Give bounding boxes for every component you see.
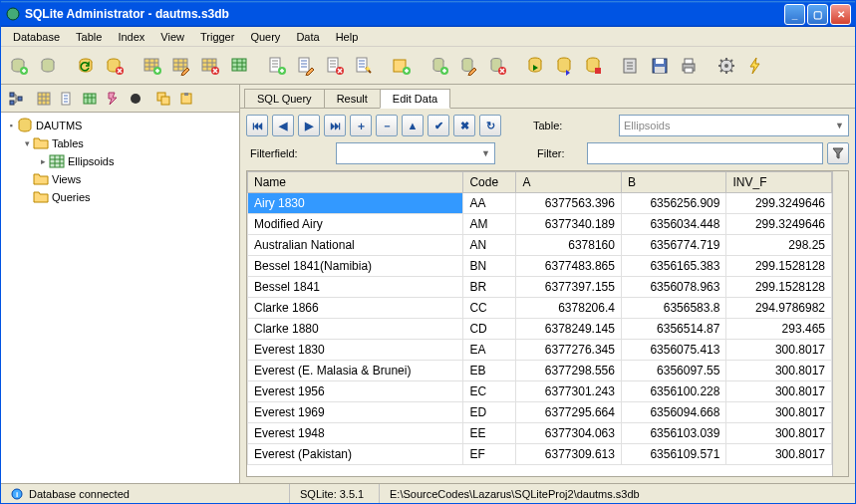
table-row[interactable]: Everest (E. Malasia & Brunei)EB6377298.5…	[248, 361, 832, 381]
edit-data-panel: ⏮ ◀ ▶ ⏭ ＋ － ▲ ✔ ✖ ↻ Table: Ellipsoids ▼	[240, 108, 855, 483]
filter-input[interactable]	[587, 142, 823, 164]
flash-button[interactable]	[741, 52, 769, 80]
paste-struct-button[interactable]	[175, 88, 197, 110]
index-delete-button[interactable]	[321, 52, 349, 80]
svg-rect-39	[10, 93, 14, 97]
triggers-view-button[interactable]	[102, 88, 124, 110]
minimize-button[interactable]: _	[784, 4, 805, 25]
menu-database[interactable]: Database	[5, 29, 68, 45]
settings-button[interactable]	[713, 52, 740, 80]
run-button[interactable]	[521, 52, 549, 80]
col-inv_f[interactable]: INV_F	[726, 172, 832, 193]
svg-rect-35	[685, 59, 693, 64]
query-delete-button[interactable]	[483, 52, 511, 80]
svg-point-45	[131, 94, 141, 104]
run-step-button[interactable]	[550, 52, 578, 80]
print-button[interactable]	[675, 52, 703, 80]
first-record-button[interactable]: ⏮	[246, 115, 268, 136]
index-wizard-button[interactable]	[350, 52, 378, 80]
query-edit-button[interactable]	[454, 52, 482, 80]
last-record-button[interactable]: ⏭	[324, 115, 346, 136]
index-view-button[interactable]	[56, 88, 78, 110]
remove-record-button[interactable]: －	[376, 115, 398, 136]
menu-table[interactable]: Table	[68, 29, 110, 45]
table-combo-value: Ellipsoids	[624, 120, 670, 131]
expand-icon[interactable]: ▾	[21, 138, 33, 148]
refresh-record-button[interactable]: ↻	[479, 115, 501, 136]
col-b[interactable]: B	[621, 172, 726, 193]
table-row[interactable]: Everest (Pakistan)EF6377309.6136356109.5…	[248, 444, 832, 465]
table-row[interactable]: Everest 1830EA6377276.3456356075.413300.…	[248, 340, 832, 361]
tree[interactable]: ▪ DAUTMS ▾ Tables ▸ Ellipsoids	[1, 113, 239, 483]
cancel-record-button[interactable]: ✖	[453, 115, 475, 136]
tree-view-button[interactable]	[5, 88, 27, 110]
index-edit-button[interactable]	[292, 52, 320, 80]
tree-views[interactable]: Views	[5, 170, 235, 188]
table-delete-button[interactable]	[196, 52, 224, 80]
table-row[interactable]: Bessel 1841(Namibia)BN6377483.8656356165…	[248, 256, 832, 277]
copy-struct-button[interactable]	[152, 88, 174, 110]
db-add-button[interactable]	[5, 52, 33, 80]
db-delete-button[interactable]	[101, 52, 129, 80]
save-button[interactable]	[646, 52, 674, 80]
main-toolbar	[1, 47, 855, 85]
tab-edit-data[interactable]: Edit Data	[380, 89, 450, 109]
table-row[interactable]: Everest 1948EE6377304.0636356103.039300.…	[248, 423, 832, 444]
table-props-button[interactable]	[225, 52, 253, 80]
table-combo[interactable]: Ellipsoids ▼	[619, 115, 849, 136]
table-view-button[interactable]	[33, 88, 55, 110]
views-view-button[interactable]	[79, 88, 101, 110]
stop-button[interactable]	[579, 52, 607, 80]
menu-query[interactable]: Query	[242, 29, 288, 45]
expand-icon[interactable]: ▪	[5, 121, 17, 130]
blob-view-button[interactable]	[125, 88, 146, 110]
menu-trigger[interactable]: Trigger	[192, 29, 242, 45]
close-button[interactable]: ✕	[830, 4, 851, 25]
scrollbar[interactable]	[832, 171, 848, 476]
table-edit-button[interactable]	[167, 52, 195, 80]
table-new-button[interactable]	[139, 52, 166, 80]
add-record-button[interactable]: ＋	[350, 115, 372, 136]
table-row[interactable]: Modified AiryAM6377340.1896356034.448299…	[248, 214, 832, 235]
filterfield-combo[interactable]: ▼	[336, 142, 495, 164]
data-grid[interactable]: NameCodeABINV_FAiry 1830AA6377563.396635…	[247, 171, 832, 476]
tab-result[interactable]: Result	[324, 89, 381, 109]
tree-root[interactable]: ▪ DAUTMS	[5, 117, 235, 134]
table-row[interactable]: Clarke 1880CD6378249.1456356514.87293.46…	[248, 319, 832, 340]
db-open-button[interactable]	[34, 52, 62, 80]
col-code[interactable]: Code	[463, 172, 516, 193]
export-button[interactable]	[617, 52, 645, 80]
prev-record-button[interactable]: ◀	[272, 115, 294, 136]
col-a[interactable]: A	[516, 172, 622, 193]
svg-rect-32	[656, 59, 664, 64]
next-record-button[interactable]: ▶	[298, 115, 320, 136]
table-row[interactable]: Bessel 1841BR6377397.1556356078.963299.1…	[248, 277, 832, 298]
tab-sql-query[interactable]: SQL Query	[244, 89, 325, 109]
tree-tables[interactable]: ▾ Tables	[5, 134, 235, 152]
svg-rect-15	[299, 58, 309, 72]
expand-icon[interactable]: ▸	[37, 156, 49, 166]
post-record-button[interactable]: ✔	[428, 115, 449, 136]
index-new-button[interactable]	[263, 52, 291, 80]
filter-label: Filter:	[533, 147, 583, 159]
tree-table-item[interactable]: ▸ Ellipsoids	[5, 152, 235, 170]
edit-record-button[interactable]: ▲	[402, 115, 424, 136]
col-name[interactable]: Name	[248, 172, 463, 193]
table-row[interactable]: Everest 1969ED6377295.6646356094.668300.…	[248, 402, 832, 423]
query-new-button[interactable]	[426, 52, 453, 80]
tree-queries[interactable]: Queries	[5, 188, 235, 206]
view-button[interactable]	[388, 52, 416, 80]
menu-view[interactable]: View	[152, 29, 192, 45]
menu-data[interactable]: Data	[288, 29, 327, 45]
table-row[interactable]: Everest 1956EC6377301.2436356100.228300.…	[248, 381, 832, 402]
menu-index[interactable]: Index	[110, 29, 152, 45]
maximize-button[interactable]: ▢	[807, 4, 828, 25]
menu-help[interactable]: Help	[328, 29, 367, 45]
table-row[interactable]: Australian NationalAN63781606356774.7192…	[248, 235, 832, 256]
apply-filter-button[interactable]	[827, 142, 849, 164]
table-row[interactable]: Airy 1830AA6377563.3966356256.909299.324…	[248, 193, 832, 214]
db-refresh-button[interactable]	[72, 52, 100, 80]
svg-rect-36	[685, 68, 693, 73]
menubar: DatabaseTableIndexViewTriggerQueryDataHe…	[1, 27, 855, 47]
table-row[interactable]: Clarke 1866CC6378206.46356583.8294.97869…	[248, 298, 832, 319]
